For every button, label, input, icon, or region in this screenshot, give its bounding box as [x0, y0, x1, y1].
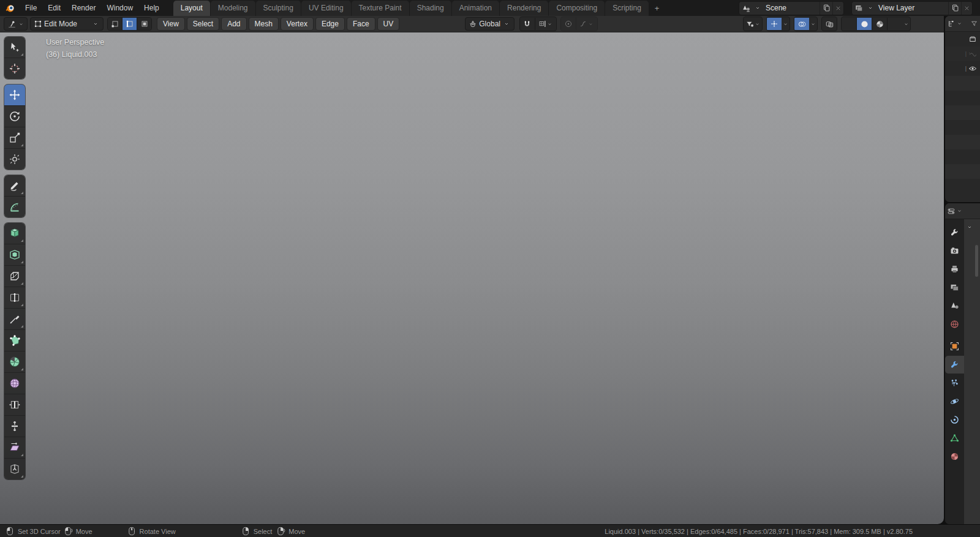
tool-transform[interactable]: [4, 148, 25, 170]
select-mode-edge[interactable]: [122, 18, 137, 30]
properties-scrollbar[interactable]: [975, 245, 978, 277]
show-gizmo-toggle[interactable]: [767, 18, 782, 30]
properties-editor-type-icon[interactable]: [947, 207, 956, 216]
tool-move[interactable]: [4, 84, 25, 105]
workspace-tab-compositing[interactable]: Compositing: [549, 1, 605, 16]
workspace-tab-modeling[interactable]: Modeling: [211, 1, 255, 16]
tool-inset-faces[interactable]: [4, 244, 25, 265]
menu-file[interactable]: File: [20, 0, 42, 16]
outliner-tree[interactable]: |||: [945, 32, 980, 202]
properties-tab-world[interactable]: [945, 315, 964, 333]
outliner-row[interactable]: |: [945, 61, 980, 76]
shading-wireframe-button[interactable]: [842, 18, 856, 30]
viewport-canvas[interactable]: [0, 32, 944, 524]
tool-loop-cut[interactable]: [4, 287, 25, 308]
menu-edit[interactable]: Edit: [42, 0, 66, 16]
select-mode-vertex[interactable]: [108, 18, 122, 30]
tool-poly-build[interactable]: [4, 329, 25, 351]
new-view-layer-button[interactable]: [948, 2, 961, 15]
mode-dropdown[interactable]: Edit Mode: [30, 17, 104, 31]
viewport-menu-uv[interactable]: UV: [377, 17, 400, 31]
shading-rendered-button[interactable]: [887, 18, 902, 30]
properties-tab-render[interactable]: [945, 242, 964, 260]
orientation-dropdown[interactable]: Global: [465, 17, 514, 31]
workspace-add-button[interactable]: +: [649, 1, 665, 16]
workspace-tab-sculpting[interactable]: Sculpting: [256, 1, 301, 16]
outliner-row[interactable]: [945, 120, 980, 135]
visibility-dropdown[interactable]: [743, 17, 763, 31]
delete-scene-button[interactable]: [832, 2, 843, 15]
properties-tab-modifiers[interactable]: [945, 356, 964, 374]
properties-tab-tool[interactable]: [945, 223, 964, 241]
outliner-row[interactable]: [945, 76, 980, 91]
properties-tab-object[interactable]: [945, 337, 964, 355]
properties-tab-scene[interactable]: [945, 297, 964, 315]
outliner-row[interactable]: |: [945, 47, 980, 61]
workspace-tab-texture-paint[interactable]: Texture Paint: [352, 1, 409, 16]
proportional-editing-toggle[interactable]: [561, 18, 576, 30]
tool-shrink-fatten[interactable]: [4, 415, 25, 437]
tool-select-box[interactable]: [4, 37, 25, 58]
viewport-menu-view[interactable]: View: [157, 17, 185, 31]
viewport-menu-mesh[interactable]: Mesh: [249, 17, 279, 31]
shading-material-button[interactable]: [872, 18, 887, 30]
new-scene-button[interactable]: [820, 2, 832, 15]
viewport-3d[interactable]: Edit Mode ViewSelectAddMeshVertexEdgeFac…: [0, 16, 944, 524]
properties-tab-object-data[interactable]: [945, 429, 964, 447]
outliner-editor-type-icon[interactable]: [947, 20, 956, 28]
tool-smooth[interactable]: [4, 372, 25, 394]
delete-view-layer-button[interactable]: [961, 2, 972, 15]
chevron-down-icon[interactable]: [967, 224, 973, 230]
menu-render[interactable]: Render: [66, 0, 101, 16]
tool-shear[interactable]: [4, 437, 25, 458]
tool-measure[interactable]: [4, 196, 25, 217]
workspace-tab-layout[interactable]: Layout: [173, 1, 210, 16]
blender-logo-icon[interactable]: [5, 2, 16, 13]
tool-cursor[interactable]: [4, 58, 25, 79]
shading-solid-button[interactable]: [856, 18, 872, 30]
show-overlays-toggle[interactable]: [794, 18, 809, 30]
outliner-row[interactable]: [945, 149, 980, 164]
outliner-row[interactable]: [945, 179, 980, 193]
workspace-tab-scripting[interactable]: Scripting: [605, 1, 649, 16]
properties-tab-particles[interactable]: [945, 374, 964, 392]
tool-edge-slide[interactable]: [4, 394, 25, 415]
select-mode-face[interactable]: [137, 18, 151, 30]
properties-tab-view-layer[interactable]: [945, 279, 964, 296]
tool-scale[interactable]: [4, 127, 25, 148]
viewport-menu-edge[interactable]: Edge: [315, 17, 345, 31]
properties-tab-output[interactable]: [945, 260, 964, 278]
viewport-menu-face[interactable]: Face: [347, 17, 375, 31]
workspace-tab-uv-editing[interactable]: UV Editing: [301, 1, 351, 16]
workspace-tab-animation[interactable]: Animation: [452, 1, 499, 16]
tool-knife[interactable]: [4, 308, 25, 329]
outliner-row[interactable]: [945, 91, 980, 105]
tool-spin[interactable]: [4, 351, 25, 372]
filter-icon[interactable]: [970, 20, 978, 28]
tool-extrude-region[interactable]: [4, 223, 25, 244]
menu-window[interactable]: Window: [101, 0, 138, 16]
viewport-menu-vertex[interactable]: Vertex: [281, 17, 314, 31]
tool-annotate[interactable]: [4, 175, 25, 196]
tool-rip-region[interactable]: [4, 458, 25, 479]
properties-tab-material[interactable]: [945, 448, 964, 465]
proportional-falloff-dropdown[interactable]: [576, 18, 597, 30]
workspace-tab-shading[interactable]: Shading: [410, 1, 451, 16]
outliner-row[interactable]: [945, 164, 980, 179]
properties-tab-constraints[interactable]: [945, 411, 964, 429]
snap-target-dropdown[interactable]: [535, 18, 556, 30]
editor-type-button[interactable]: [4, 17, 28, 31]
xray-toggle[interactable]: [821, 17, 837, 31]
view-layer-selector[interactable]: View Layer: [851, 1, 973, 15]
tool-rotate[interactable]: [4, 105, 25, 127]
chevron-down-icon[interactable]: [902, 21, 910, 27]
tool-bevel[interactable]: [4, 265, 25, 287]
menu-help[interactable]: Help: [138, 0, 165, 16]
properties-tab-physics[interactable]: [945, 392, 964, 410]
scene-selector[interactable]: Scene: [739, 1, 844, 15]
workspace-tab-rendering[interactable]: Rendering: [500, 1, 548, 16]
chevron-down-icon[interactable]: [782, 21, 790, 27]
viewport-menu-add[interactable]: Add: [221, 17, 246, 31]
outliner-row[interactable]: [945, 135, 980, 149]
outliner-row[interactable]: |: [945, 32, 980, 47]
